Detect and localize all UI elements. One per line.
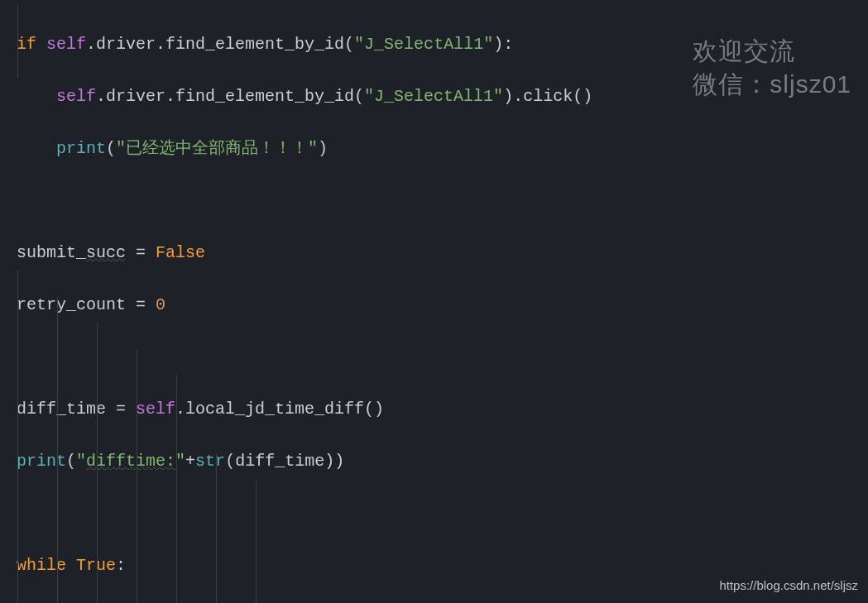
code-line: submit_succ = False (17, 240, 868, 266)
watermark-text: 欢迎交流 微信：sljsz01 (693, 35, 851, 101)
watermark-line: 欢迎交流 (693, 35, 851, 68)
blank-line (17, 344, 868, 371)
watermark-line: 微信：sljsz01 (693, 68, 851, 101)
code-line: print("difftime:"+str(diff_time)) (17, 448, 868, 475)
code-line: print("已经选中全部商品！！！") (17, 136, 868, 162)
code-line: diff_time = self.local_jd_time_diff() (17, 396, 868, 423)
blank-line (17, 500, 868, 527)
footer-url: https://blog.csdn.net/sljsz (719, 572, 858, 599)
blank-line (17, 188, 868, 214)
code-line: retry_count = 0 (17, 292, 868, 318)
